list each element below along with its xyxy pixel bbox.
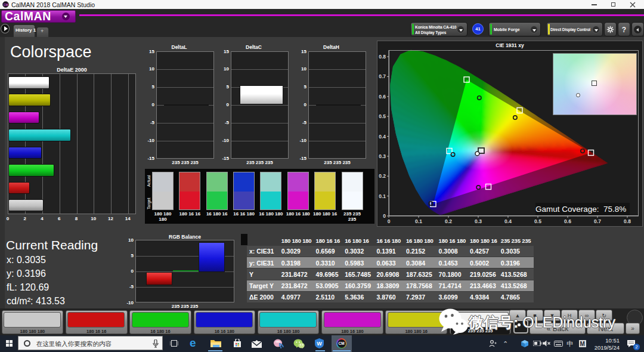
svg-text:0.8: 0.8 [379, 54, 386, 60]
svg-text:0.1: 0.1 [415, 218, 422, 224]
svg-text:0.7: 0.7 [379, 73, 386, 79]
svg-text:0: 0 [383, 213, 386, 219]
svg-text:0.5: 0.5 [379, 113, 386, 119]
svg-text:0: 0 [388, 218, 391, 224]
svg-text:0.8: 0.8 [624, 218, 631, 224]
svg-text:0.4: 0.4 [379, 134, 386, 140]
svg-text:0.5: 0.5 [534, 218, 541, 224]
svg-text:0.6: 0.6 [564, 218, 571, 224]
svg-text:0.2: 0.2 [379, 173, 386, 179]
svg-text:W: W [317, 341, 322, 347]
svg-text:0.6: 0.6 [379, 94, 386, 100]
svg-text:0.7: 0.7 [594, 218, 601, 224]
svg-text:0.4: 0.4 [504, 218, 512, 224]
svg-text:0.1: 0.1 [379, 193, 386, 199]
svg-text:0.2: 0.2 [445, 218, 452, 224]
svg-text:0.3: 0.3 [379, 153, 386, 159]
svg-text:0.3: 0.3 [475, 218, 482, 224]
